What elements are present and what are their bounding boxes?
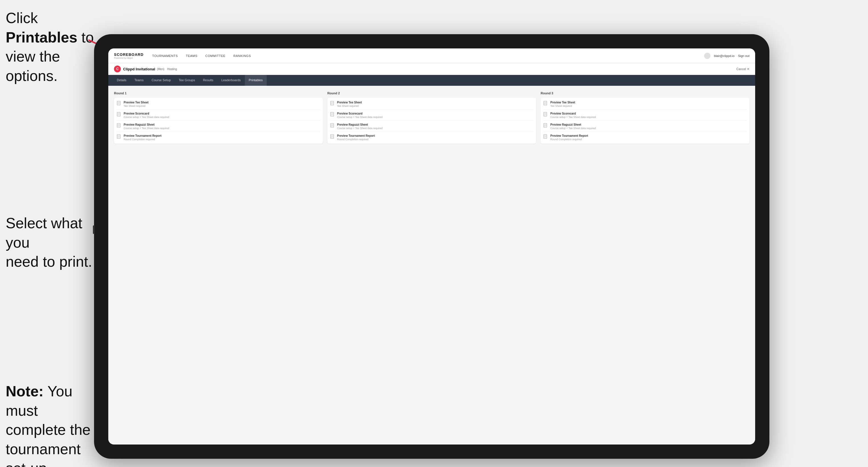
- r1-raguzzi-sub: Course setup + Tee Sheet data required: [124, 127, 169, 130]
- r1-tee-sheet[interactable]: Preview Tee Sheet Tee Sheet required: [117, 101, 320, 110]
- document-icon: [117, 123, 121, 128]
- instruction-mid: Select what youneed to print.: [6, 214, 102, 272]
- r2-tournament-report[interactable]: Preview Tournament Report Round Completi…: [330, 132, 533, 141]
- note-label: Note:: [6, 383, 43, 400]
- logo-title: SCOREBOARD: [114, 53, 144, 57]
- tournament-name: Clippd Invitational: [123, 67, 155, 71]
- tab-printables[interactable]: Printables: [245, 75, 267, 86]
- r2-report-title: Preview Tournament Report: [337, 134, 375, 137]
- user-avatar: [704, 53, 710, 59]
- r1-scorecard-title: Preview Scorecard: [124, 112, 169, 115]
- tablet-screen: SCOREBOARD Powered by clippd TOURNAMENTS…: [108, 49, 755, 444]
- r1-tee-sheet-title: Preview Tee Sheet: [124, 101, 149, 104]
- r3-raguzzi[interactable]: Preview Raguzzi Sheet Course setup + Tee…: [544, 121, 747, 132]
- round-1-card: Preview Tee Sheet Tee Sheet required: [114, 98, 323, 144]
- top-nav-right: blair@clippd.io Sign out: [704, 53, 749, 59]
- logo-subtitle: Powered by clippd: [114, 57, 144, 59]
- round-3-card: Preview Tee Sheet Tee Sheet required: [540, 98, 749, 144]
- instruction-bottom: Note: You mustcomplete thetournament set…: [6, 382, 108, 467]
- r3-raguzzi-sub: Course setup + Tee Sheet data required: [550, 127, 596, 130]
- tab-leaderboards[interactable]: Leaderboards: [217, 75, 245, 86]
- document-icon: [330, 112, 335, 117]
- tab-teams[interactable]: Teams: [130, 75, 148, 86]
- r2-report-sub: Round Completion required: [337, 138, 375, 141]
- tablet-side-button: [93, 225, 95, 234]
- top-nav-links: TOURNAMENTS TEAMS COMMITTEE RANKINGS: [152, 53, 704, 59]
- user-email: blair@clippd.io: [714, 54, 734, 58]
- r3-tournament-report[interactable]: Preview Tournament Report Round Completi…: [544, 132, 747, 141]
- tournament-header: C Clippd Invitational (Men) Hosting Canc…: [108, 63, 755, 75]
- r3-scorecard-title: Preview Scorecard: [550, 112, 596, 115]
- round-1-column: Round 1 Preview Tee Sheet Tee S: [114, 91, 323, 144]
- round-3-column: Round 3 Preview Tee Sheet Tee S: [540, 91, 749, 144]
- nav-tournaments[interactable]: TOURNAMENTS: [152, 53, 178, 59]
- document-icon: [330, 123, 335, 128]
- scoreboard-logo: SCOREBOARD Powered by clippd: [114, 53, 144, 59]
- tab-tee-groups[interactable]: Tee Groups: [175, 75, 199, 86]
- r3-report-title: Preview Tournament Report: [550, 134, 588, 137]
- nav-rankings[interactable]: RANKINGS: [234, 53, 251, 59]
- r1-scorecard-sub: Course setup + Tee Sheet data required: [124, 116, 169, 119]
- r2-raguzzi[interactable]: Preview Raguzzi Sheet Course setup + Tee…: [330, 121, 533, 132]
- round-3-title: Round 3: [540, 91, 749, 95]
- tournament-status: Hosting: [167, 67, 177, 71]
- r1-raguzzi[interactable]: Preview Raguzzi Sheet Course setup + Tee…: [117, 121, 320, 132]
- document-icon: [330, 101, 335, 106]
- instruction-bold: Printables: [6, 29, 77, 45]
- cancel-button[interactable]: Cancel ✕: [736, 67, 749, 71]
- document-icon: [544, 123, 548, 128]
- nav-teams[interactable]: TEAMS: [186, 53, 197, 59]
- sub-nav: Details Teams Course Setup Tee Groups Re…: [108, 75, 755, 86]
- round-1-title: Round 1: [114, 91, 323, 95]
- r2-raguzzi-title: Preview Raguzzi Sheet: [337, 123, 383, 126]
- tab-course-setup[interactable]: Course Setup: [148, 75, 175, 86]
- document-icon: [544, 101, 548, 106]
- round-2-column: Round 2 Preview Tee Sheet Tee S: [328, 91, 536, 144]
- r2-scorecard-sub: Course setup + Tee Sheet data required: [337, 116, 383, 119]
- document-icon: [117, 112, 121, 117]
- round-2-card: Preview Tee Sheet Tee Sheet required: [328, 98, 536, 144]
- r1-tournament-report[interactable]: Preview Tournament Report Round Completi…: [117, 132, 320, 141]
- r2-scorecard-title: Preview Scorecard: [337, 112, 383, 115]
- r2-tee-sheet-title: Preview Tee Sheet: [337, 101, 362, 104]
- r2-scorecard[interactable]: Preview Scorecard Course setup + Tee She…: [330, 110, 533, 121]
- tournament-badge: (Men): [157, 67, 164, 71]
- r3-raguzzi-title: Preview Raguzzi Sheet: [550, 123, 596, 126]
- r2-tee-sheet-sub: Tee Sheet required: [337, 104, 362, 107]
- tab-results[interactable]: Results: [199, 75, 217, 86]
- round-2-title: Round 2: [328, 91, 536, 95]
- main-content: Round 1 Preview Tee Sheet Tee S: [108, 86, 755, 444]
- r2-raguzzi-sub: Course setup + Tee Sheet data required: [337, 127, 383, 130]
- nav-committee[interactable]: COMMITTEE: [206, 53, 226, 59]
- tab-details[interactable]: Details: [113, 75, 130, 86]
- tournament-logo: C: [114, 65, 121, 72]
- top-nav: SCOREBOARD Powered by clippd TOURNAMENTS…: [108, 49, 755, 63]
- r3-report-sub: Round Completion required: [550, 138, 588, 141]
- tablet-shell: SCOREBOARD Powered by clippd TOURNAMENTS…: [94, 34, 769, 459]
- sign-out-link[interactable]: Sign out: [738, 54, 749, 58]
- r3-tee-sheet[interactable]: Preview Tee Sheet Tee Sheet required: [544, 101, 747, 110]
- r1-raguzzi-title: Preview Raguzzi Sheet: [124, 123, 169, 126]
- r1-report-title: Preview Tournament Report: [124, 134, 162, 137]
- r1-tee-sheet-sub: Tee Sheet required: [124, 104, 149, 107]
- document-icon: [330, 134, 335, 139]
- r3-tee-sheet-sub: Tee Sheet required: [550, 104, 575, 107]
- r3-tee-sheet-title: Preview Tee Sheet: [550, 101, 575, 104]
- document-icon: [117, 134, 121, 139]
- r3-scorecard-sub: Course setup + Tee Sheet data required: [550, 116, 596, 119]
- instruction-top: Click Printables toview the options.: [6, 8, 94, 86]
- document-icon: [544, 112, 548, 117]
- r3-scorecard[interactable]: Preview Scorecard Course setup + Tee She…: [544, 110, 747, 121]
- document-icon: [544, 134, 548, 139]
- r2-tee-sheet[interactable]: Preview Tee Sheet Tee Sheet required: [330, 101, 533, 110]
- rounds-grid: Round 1 Preview Tee Sheet Tee S: [114, 91, 749, 144]
- r1-scorecard[interactable]: Preview Scorecard Course setup + Tee She…: [117, 110, 320, 121]
- document-icon: [117, 101, 121, 106]
- r1-report-sub: Round Completion required: [124, 138, 162, 141]
